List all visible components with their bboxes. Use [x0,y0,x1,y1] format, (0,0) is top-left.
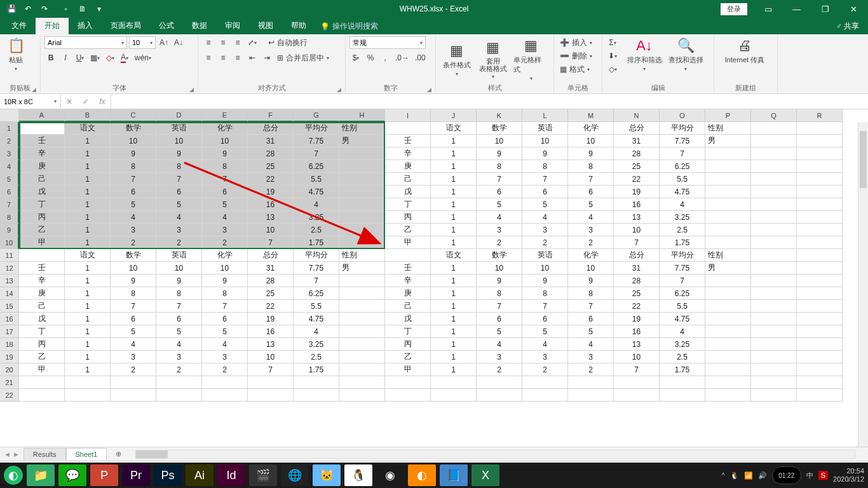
cell[interactable]: 1 [65,211,111,224]
col-head-O[interactable]: O [660,109,705,122]
cell[interactable]: 1 [431,186,477,198]
restore-icon[interactable]: ❐ [811,0,839,18]
cell[interactable]: 31 [248,262,294,274]
cell[interactable]: 7 [522,173,568,186]
cell[interactable]: 3 [568,224,614,236]
cell[interactable]: 10 [522,262,568,274]
cell[interactable]: 28 [248,274,294,287]
conditional-format-button[interactable]: ▦条件格式▾ [440,41,473,77]
cell[interactable] [339,376,385,389]
cell[interactable]: 2 [202,363,248,376]
cell[interactable] [19,389,65,402]
cell[interactable]: 8 [156,160,202,173]
cell[interactable]: 语文 [65,122,111,135]
cell[interactable]: 7 [477,300,522,313]
cell[interactable] [660,389,705,402]
cell[interactable] [111,376,156,389]
inc-decimal-icon[interactable]: .0→ [393,51,411,64]
cell[interactable] [248,376,294,389]
delete-cells-button[interactable]: ➖ 删除▾ [558,50,600,62]
launcher-icon[interactable]: ◢ [189,86,194,93]
cell[interactable]: 庚 [385,287,431,300]
cell[interactable]: 甲 [385,236,431,249]
col-head-H[interactable]: H [339,109,385,122]
cell[interactable]: 戊 [385,186,431,198]
cell[interactable]: 1 [431,147,477,160]
tab-help[interactable]: 帮助 [282,17,315,34]
cell[interactable]: 9 [522,147,568,160]
cell[interactable]: 25 [248,160,294,173]
cell[interactable]: 8 [568,160,614,173]
cell[interactable]: 6 [477,313,522,325]
cell[interactable]: 乙 [19,351,65,363]
cell[interactable]: 4 [660,325,705,338]
ime-sogou-icon[interactable]: S [818,471,828,480]
cell[interactable]: 数学 [477,249,522,262]
cell[interactable] [339,236,385,249]
cell[interactable]: 1 [65,274,111,287]
cell[interactable]: 1 [65,300,111,313]
cell[interactable]: 9 [568,274,614,287]
cell[interactable]: 4 [522,211,568,224]
cell[interactable]: 4.75 [294,186,339,198]
cell[interactable]: 7 [568,300,614,313]
cell[interactable]: 庚 [19,287,65,300]
recording-indicator[interactable]: 01:22 [772,466,801,484]
cell[interactable] [705,300,751,313]
cell[interactable] [568,389,614,402]
cell[interactable]: 9 [156,147,202,160]
cell[interactable]: 辛 [385,147,431,160]
cell[interactable]: 辛 [385,274,431,287]
cell[interactable]: 16 [248,325,294,338]
cell[interactable]: 1 [65,173,111,186]
vertical-scrollbar[interactable] [858,122,868,447]
cell[interactable]: 9 [202,274,248,287]
cell[interactable]: 2 [156,363,202,376]
cell[interactable]: 1 [65,186,111,198]
cell[interactable]: 1 [431,135,477,147]
cell[interactable]: 4 [202,338,248,351]
cell[interactable]: 7 [111,173,156,186]
cell[interactable]: 4 [522,338,568,351]
sheet-nav[interactable]: ◄ ► [0,451,24,458]
cell[interactable]: 4 [111,338,156,351]
cell[interactable]: 英语 [522,122,568,135]
browser-icon[interactable]: 🌐 [281,464,309,486]
cell[interactable]: 3.25 [294,338,339,351]
cell[interactable] [751,160,797,173]
cell[interactable] [797,389,843,402]
cell[interactable]: 22 [614,300,660,313]
tray-up-icon[interactable]: ^ [722,471,725,479]
cell[interactable] [705,313,751,325]
cell[interactable]: 1 [431,262,477,274]
cell[interactable] [797,338,843,351]
row-head-10[interactable]: 10 [0,236,19,249]
cell[interactable]: 男 [705,262,751,274]
cell[interactable] [751,262,797,274]
cell[interactable]: 1 [431,211,477,224]
align-top-icon[interactable]: ≡ [202,36,215,49]
cell[interactable] [477,376,522,389]
cell[interactable]: 1 [65,135,111,147]
col-head-L[interactable]: L [522,109,568,122]
cell[interactable] [294,389,339,402]
cell[interactable]: 8 [477,287,522,300]
cell[interactable]: 13 [614,211,660,224]
minimize-icon[interactable]: — [782,0,811,18]
cell[interactable] [705,147,751,160]
cell[interactable]: 5 [156,325,202,338]
row-head-16[interactable]: 16 [0,313,19,325]
clear-icon[interactable]: ◇▾ [606,63,619,76]
cell[interactable] [751,274,797,287]
cell[interactable]: 4 [477,211,522,224]
cell[interactable] [339,363,385,376]
cell[interactable] [339,186,385,198]
cell[interactable]: 6 [522,313,568,325]
cell[interactable]: 9 [522,274,568,287]
notes-icon[interactable]: 📘 [440,464,468,486]
qq-icon[interactable]: 🐧 [344,464,372,486]
cell[interactable]: 31 [614,135,660,147]
video-icon[interactable]: 🎬 [249,464,277,486]
cell[interactable]: 3 [111,224,156,236]
scrollbar-thumb[interactable] [136,451,168,458]
